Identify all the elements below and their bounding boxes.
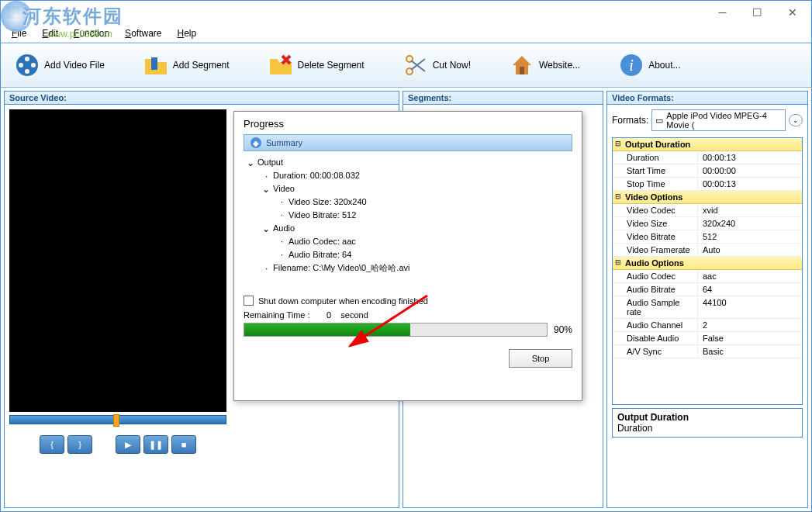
output-duration-box-line: Duration — [617, 423, 797, 434]
formats-dropdown-button[interactable]: ⌄ — [789, 114, 803, 126]
output-duration-box-header: Output Duration — [617, 412, 797, 423]
section-output-duration[interactable]: Output Duration — [613, 138, 802, 151]
tree-video-size: Video Size: 320x240 — [247, 195, 569, 209]
prop-row[interactable]: Video Bitrate512 — [613, 230, 802, 244]
tree-duration: Duration: 00:00:08.032 — [247, 169, 569, 182]
section-video-options[interactable]: Video Options — [613, 191, 802, 204]
slider-handle[interactable] — [113, 414, 119, 427]
svg-text:i: i — [629, 57, 634, 74]
summary-icon: ◆ — [251, 137, 261, 148]
output-duration-box: Output Duration Duration — [612, 408, 803, 438]
prop-row[interactable]: Disable AudioFalse — [613, 332, 802, 345]
shutdown-checkbox[interactable] — [244, 296, 254, 306]
prop-row[interactable]: Audio Bitrate64 — [613, 283, 802, 296]
website-label: Website... — [539, 60, 580, 71]
add-video-button[interactable]: Add Video File — [7, 50, 112, 81]
summary-label: Summary — [266, 138, 302, 147]
device-icon: ▭ — [655, 116, 663, 126]
prop-row[interactable]: Duration00:00:13 — [613, 151, 802, 164]
formats-select[interactable]: ▭ Apple iPod Video MPEG-4 Movie ( — [651, 109, 786, 131]
about-button[interactable]: i About... — [611, 50, 688, 81]
svg-point-4 — [19, 63, 23, 67]
toolbar: Add Video File Add Segment Delete Segmen… — [1, 43, 811, 88]
tree-audio-bitrate: Audio Bitrate: 64 — [247, 248, 569, 261]
video-formats-panel: Video Formats: Formats: ▭ Apple iPod Vid… — [606, 91, 808, 508]
svg-point-1 — [25, 57, 29, 61]
cut-now-button[interactable]: Cut Now! — [396, 50, 479, 81]
pause-button[interactable]: ❚❚ — [143, 435, 168, 454]
app-icon — [7, 6, 19, 19]
remaining-value: 0 — [327, 310, 331, 320]
add-segment-button[interactable]: Add Segment — [136, 50, 237, 81]
prop-row[interactable]: Video FramerateAuto — [613, 244, 802, 257]
svg-rect-8 — [520, 67, 524, 74]
tree-video-bitrate: Video Bitrate: 512 — [247, 209, 569, 222]
tree-audio[interactable]: Audio — [247, 222, 569, 235]
prop-row[interactable]: Stop Time00:00:13 — [613, 178, 802, 191]
timeline-slider[interactable] — [9, 415, 226, 424]
tree-video[interactable]: Video — [247, 182, 569, 195]
folder-film-icon — [143, 53, 168, 78]
menu-software[interactable]: Software — [117, 26, 169, 41]
delete-segment-button[interactable]: Delete Segment — [261, 50, 372, 81]
section-audio-options[interactable]: Audio Options — [613, 257, 802, 270]
close-button[interactable]: ✕ — [775, 2, 810, 23]
summary-bar[interactable]: ◆ Summary — [244, 134, 572, 151]
menu-edit[interactable]: Edit — [34, 26, 66, 41]
delete-segment-label: Delete Segment — [298, 60, 365, 71]
progress-dialog: Progress ◆ Summary Output Duration: 00:0… — [233, 111, 582, 401]
titlebar: ─ ☐ ✕ — [1, 1, 811, 24]
website-button[interactable]: Website... — [502, 50, 588, 81]
film-reel-icon — [15, 53, 40, 78]
menu-function[interactable]: Function — [66, 26, 117, 41]
svg-point-3 — [25, 69, 29, 74]
progress-title: Progress — [244, 118, 572, 134]
tree-filename: Filename: C:\My Video\0_哈哈哈.avi — [247, 261, 569, 275]
source-video-header: Source Video: — [5, 92, 399, 105]
prop-row[interactable]: A/V SyncBasic — [613, 345, 802, 358]
segments-header: Segments: — [403, 92, 603, 105]
menubar: File Edit Function Software Help — [1, 24, 811, 43]
scissors-icon — [403, 53, 428, 78]
cut-now-label: Cut Now! — [433, 60, 471, 71]
folder-delete-icon — [268, 53, 293, 78]
prop-row[interactable]: Start Time00:00:00 — [613, 164, 802, 178]
formats-label: Formats: — [612, 115, 648, 126]
menu-help[interactable]: Help — [169, 26, 204, 41]
prop-row[interactable]: Video Size320x240 — [613, 217, 802, 230]
svg-rect-5 — [151, 57, 157, 70]
info-icon: i — [619, 53, 644, 78]
shutdown-label: Shut down computer when encoding finishe… — [258, 296, 428, 306]
stop-button[interactable]: ■ — [171, 435, 196, 454]
prop-row[interactable]: Audio Codecaac — [613, 270, 802, 283]
formats-selected: Apple iPod Video MPEG-4 Movie ( — [666, 111, 782, 130]
progress-fill — [244, 323, 410, 336]
stop-encoding-button[interactable]: Stop — [509, 349, 572, 368]
menu-file[interactable]: File — [4, 26, 34, 41]
prop-row[interactable]: Audio Sample rate44100 — [613, 296, 802, 319]
tree-audio-codec: Audio Codec: aac — [247, 235, 569, 248]
prop-row[interactable]: Audio Channel2 — [613, 319, 802, 332]
maximize-button[interactable]: ☐ — [740, 2, 775, 23]
video-formats-header: Video Formats: — [607, 92, 807, 105]
video-preview[interactable] — [9, 109, 226, 412]
progress-percent: 90% — [554, 324, 572, 335]
home-icon — [510, 53, 534, 78]
progress-bar — [244, 323, 548, 337]
minimize-button[interactable]: ─ — [705, 2, 740, 23]
properties-grid: Output Duration Duration00:00:13 Start T… — [612, 137, 803, 405]
remaining-unit: second — [340, 310, 368, 320]
remaining-label: Remaining Time : — [244, 310, 310, 320]
play-button[interactable]: ▶ — [116, 435, 140, 454]
svg-point-2 — [31, 63, 36, 67]
bracket-end-button[interactable]: } — [67, 435, 92, 454]
bracket-start-button[interactable]: { — [40, 435, 64, 454]
tree-output[interactable]: Output — [247, 156, 569, 169]
about-label: About... — [648, 60, 680, 71]
add-segment-label: Add Segment — [173, 60, 230, 71]
add-video-label: Add Video File — [44, 60, 105, 71]
prop-row[interactable]: Video Codecxvid — [613, 204, 802, 217]
summary-tree: Output Duration: 00:00:08.032 Video Vide… — [244, 151, 572, 282]
